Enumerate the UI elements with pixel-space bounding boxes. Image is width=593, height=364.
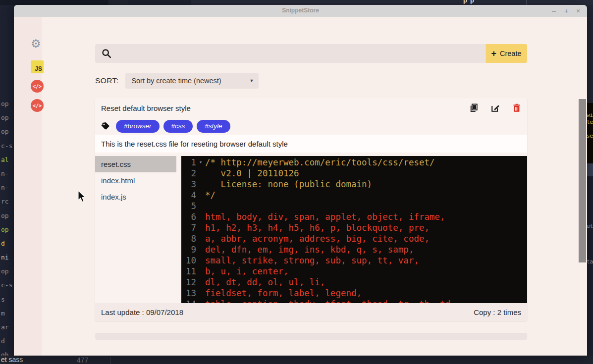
fold-arrow-icon[interactable] [196,255,205,266]
settings-gear-icon[interactable]: ⚙ [31,37,41,51]
code-text: dl, dt, dd, ol, ul, li, [205,277,325,288]
minimize-button[interactable]: – [549,6,559,15]
line-number: 4 [181,190,196,201]
tag-pill[interactable]: #css [163,120,193,133]
background-text-fragment: op [0,97,14,111]
code-line: 6 html, body, div, span, applet, object,… [181,211,527,222]
background-text-fragment: se [587,133,593,139]
code-line: 4 */ [181,190,527,201]
snippet-actions [470,98,521,118]
fold-arrow-icon[interactable] [196,233,205,244]
plus-icon: + [491,49,496,58]
fold-arrow-icon[interactable] [196,277,205,288]
file-item[interactable]: index.html [95,172,176,189]
fold-arrow-icon[interactable] [196,211,205,222]
taskbar-separator [110,357,110,364]
fold-arrow-icon[interactable] [196,244,205,255]
close-button[interactable]: × [573,6,583,15]
tag-pill[interactable]: #browser [116,120,160,133]
background-text-fragment: ut [587,223,593,229]
code-line: 5 [181,201,527,211]
fold-arrow-icon[interactable]: ▾ [196,157,205,168]
code-line: 8 a, abbr, acronym, address, big, cite, … [181,233,527,244]
last-update-text: Last update : 09/07/2018 [101,308,183,316]
background-panel [586,176,593,356]
code-text: small, strike, strong, sub, sup, tt, var… [205,255,419,266]
window-title: SnippetStore [14,7,587,14]
code-line: 13 fieldset, form, label, legend, [181,288,527,299]
background-text-fragment: op [0,125,14,139]
taskbar-text: et sass [1,356,23,364]
background-text-fragment: c-s [0,139,14,153]
fold-arrow-icon[interactable] [196,299,205,303]
javascript-language-icon[interactable]: JS [31,60,44,73]
fold-arrow-icon[interactable] [196,201,205,211]
fold-arrow-icon[interactable] [196,266,205,277]
code-text: a, abbr, acronym, address, big, cite, co… [205,233,430,244]
code-line: 7 h1, h2, h3, h4, h5, h6, p, blockquote,… [181,222,527,233]
background-text-fragment: c-s [0,278,14,292]
background-window-segment [191,0,593,5]
snippetstore-window: SnippetStore – + × ⚙ JS </> </> + Create… [14,5,587,356]
tags-row: #browser #css #style [95,118,527,135]
line-number: 8 [181,233,196,244]
snippet-card-header: Reset default browser style [95,98,527,118]
background-text-fragment: ta [587,259,593,265]
code-text: h1, h2, h3, h4, h5, h6, p, blockquote, p… [205,222,430,233]
code-text: fieldset, form, label, legend, [205,288,362,299]
background-text-fragment: op [0,264,14,278]
copy-icon[interactable] [470,104,479,112]
background-text-fragment: ni [0,251,14,264]
code-text: License: none (public domain) [205,179,372,190]
code-line: 12 dl, dt, dd, ol, ul, li, [181,277,527,288]
background-text-fragment: pp [463,0,477,4]
background-text-fragment: d [0,334,14,348]
fold-arrow-icon[interactable] [196,168,205,179]
background-text-fragment: wi [587,112,593,118]
background-text-fragment: n- [0,167,14,181]
sort-label: SORT: [95,76,118,85]
background-text-fragment: d [0,237,14,251]
titlebar[interactable]: SnippetStore – + × [14,5,587,17]
line-number: 10 [181,255,196,266]
description-row: This is the reset.css file for reseting … [95,135,527,153]
fold-arrow-icon[interactable] [196,179,205,190]
code-line: 1 ▾ /* http://meyerweb.com/eric/tools/cs… [181,157,527,168]
search-input[interactable] [112,44,485,63]
code-text: b, u, i, center, [205,266,289,277]
next-snippet-card-sliver[interactable] [95,333,527,340]
line-number: 2 [181,168,196,179]
code-text: /* http://meyerweb.com/eric/tools/css/re… [205,157,435,168]
sort-selected-value: Sort by create time (newest) [131,77,221,85]
maximize-button[interactable]: + [561,6,571,15]
background-text-fragment: al [0,153,14,167]
desktop-left-edge: op op op c-s al n- n- rc op op d ni op c… [0,5,14,356]
tag-icon [101,122,110,131]
code-line: 9 del, dfn, em, img, ins, kbd, q, s, sam… [181,244,527,255]
background-separator [526,0,527,5]
background-window-segment [0,0,108,5]
background-text-fragment: le [587,119,593,125]
background-text-fragment: s [0,293,14,307]
fold-arrow-icon[interactable] [196,288,205,299]
fold-arrow-icon[interactable] [196,222,205,233]
code-text: del, dfn, em, img, ins, kbd, q, s, samp, [205,244,414,255]
line-number: 7 [181,222,196,233]
sort-dropdown[interactable]: Sort by create time (newest) ▼ [125,73,259,89]
line-number: 12 [181,277,196,288]
fold-arrow-icon[interactable] [196,190,205,201]
file-item[interactable]: index.js [95,189,176,205]
chevron-down-icon: ▼ [249,78,254,83]
file-item[interactable]: reset.css [95,156,176,172]
snippet-description: This is the reset.css file for reseting … [95,140,288,148]
code-language-icon[interactable]: </> [31,80,44,93]
tag-pill[interactable]: #style [197,120,230,133]
delete-trash-icon[interactable] [512,104,521,112]
code-editor[interactable]: 1 ▾ /* http://meyerweb.com/eric/tools/cs… [181,156,527,303]
scrollbar-thumb[interactable] [579,99,586,262]
code-language-icon[interactable]: </> [31,99,44,112]
edit-icon[interactable] [491,104,500,112]
create-button[interactable]: + Create [485,44,527,63]
search-bar [95,44,485,63]
background-text-fragment: m [0,307,14,320]
